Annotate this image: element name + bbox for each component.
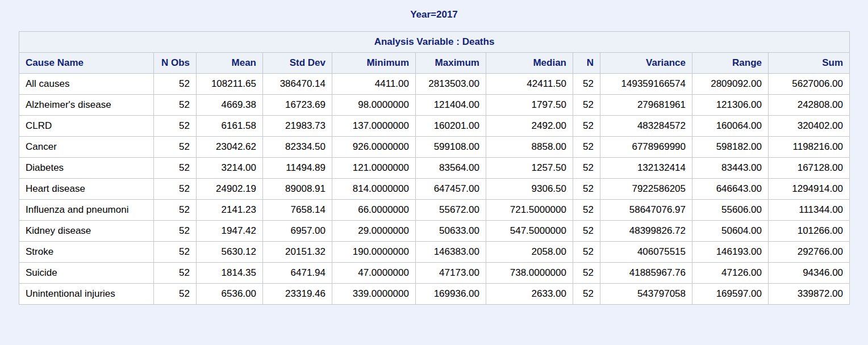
cause-name-cell: Unintentional injuries [19, 284, 154, 305]
column-header-n-obs: N Obs [154, 53, 197, 74]
value-cell: 52 [573, 200, 600, 221]
value-cell: 55606.00 [692, 200, 769, 221]
value-cell: 52 [154, 200, 197, 221]
value-cell: 52 [154, 179, 197, 200]
value-cell: 646643.00 [692, 179, 769, 200]
value-cell: 2058.00 [486, 242, 573, 263]
value-cell: 52 [154, 95, 197, 116]
value-cell: 169597.00 [692, 284, 769, 305]
value-cell: 52 [573, 95, 600, 116]
column-header-minimum: Minimum [332, 53, 416, 74]
value-cell: 386470.14 [263, 74, 332, 95]
value-cell: 8858.00 [486, 137, 573, 158]
value-cell: 11494.89 [263, 158, 332, 179]
value-cell: 7922586205 [600, 179, 692, 200]
value-cell: 52 [154, 137, 197, 158]
table-row: Cancer5223042.6282334.50926.000000059910… [19, 137, 850, 158]
table-row: Heart disease5224902.1989008.91814.00000… [19, 179, 850, 200]
value-cell: 1198216.00 [769, 137, 850, 158]
value-cell: 21983.73 [263, 116, 332, 137]
value-cell: 24902.19 [197, 179, 263, 200]
cause-name-cell: All causes [19, 74, 154, 95]
value-cell: 23319.46 [263, 284, 332, 305]
value-cell: 2633.00 [486, 284, 573, 305]
value-cell: 814.0000000 [332, 179, 416, 200]
value-cell: 1947.42 [197, 221, 263, 242]
value-cell: 52 [154, 263, 197, 284]
value-cell: 41885967.76 [600, 263, 692, 284]
value-cell: 2492.00 [486, 116, 573, 137]
value-cell: 6536.00 [197, 284, 263, 305]
value-cell: 52 [154, 242, 197, 263]
table-row: Unintentional injuries526536.0023319.463… [19, 284, 850, 305]
cause-name-cell: Suicide [19, 263, 154, 284]
page: Year=2017 Analysis Variable : Deaths Cau… [0, 0, 868, 322]
value-cell: 50604.00 [692, 221, 769, 242]
value-cell: 149359166574 [600, 74, 692, 95]
value-cell: 160064.00 [692, 116, 769, 137]
value-cell: 83564.00 [416, 158, 486, 179]
value-cell: 50633.00 [416, 221, 486, 242]
value-cell: 29.0000000 [332, 221, 416, 242]
column-header-n: N [573, 53, 600, 74]
table-caption-row: Analysis Variable : Deaths [19, 32, 850, 53]
value-cell: 2141.23 [197, 200, 263, 221]
value-cell: 52 [573, 179, 600, 200]
table-row: Alzheimer's disease524669.3816723.6998.0… [19, 95, 850, 116]
value-cell: 1257.50 [486, 158, 573, 179]
value-cell: 137.0000000 [332, 116, 416, 137]
table-row: CLRD526161.5821983.73137.0000000160201.0… [19, 116, 850, 137]
value-cell: 292766.00 [769, 242, 850, 263]
value-cell: 320402.00 [769, 116, 850, 137]
value-cell: 52 [573, 263, 600, 284]
value-cell: 6957.00 [263, 221, 332, 242]
column-header-std-dev: Std Dev [263, 53, 332, 74]
value-cell: 121404.00 [416, 95, 486, 116]
value-cell: 42411.50 [486, 74, 573, 95]
value-cell: 2809092.00 [692, 74, 769, 95]
column-header-variance: Variance [600, 53, 692, 74]
value-cell: 47126.00 [692, 263, 769, 284]
analysis-variable-table: Analysis Variable : Deaths Cause NameN O… [19, 31, 850, 305]
value-cell: 52 [573, 74, 600, 95]
value-cell: 108211.65 [197, 74, 263, 95]
value-cell: 132132414 [600, 158, 692, 179]
value-cell: 6471.94 [263, 263, 332, 284]
value-cell: 52 [154, 221, 197, 242]
value-cell: 20151.32 [263, 242, 332, 263]
value-cell: 52 [154, 158, 197, 179]
value-cell: 4411.00 [332, 74, 416, 95]
value-cell: 483284572 [600, 116, 692, 137]
value-cell: 146193.00 [692, 242, 769, 263]
value-cell: 23042.62 [197, 137, 263, 158]
value-cell: 16723.69 [263, 95, 332, 116]
value-cell: 52 [573, 158, 600, 179]
cause-name-cell: Cancer [19, 137, 154, 158]
value-cell: 6161.58 [197, 116, 263, 137]
table-row: Suicide521814.356471.9447.000000047173.0… [19, 263, 850, 284]
value-cell: 279681961 [600, 95, 692, 116]
value-cell: 647457.00 [416, 179, 486, 200]
value-cell: 406075515 [600, 242, 692, 263]
table-row: Stroke525630.1220151.32190.0000000146383… [19, 242, 850, 263]
table-row: Diabetes523214.0011494.89121.00000008356… [19, 158, 850, 179]
value-cell: 101266.00 [769, 221, 850, 242]
value-cell: 52 [573, 137, 600, 158]
column-header-mean: Mean [197, 53, 263, 74]
cause-name-cell: CLRD [19, 116, 154, 137]
value-cell: 3214.00 [197, 158, 263, 179]
value-cell: 926.0000000 [332, 137, 416, 158]
value-cell: 598182.00 [692, 137, 769, 158]
column-header-range: Range [692, 53, 769, 74]
value-cell: 721.5000000 [486, 200, 573, 221]
cause-name-cell: Influenza and pneumoni [19, 200, 154, 221]
value-cell: 1797.50 [486, 95, 573, 116]
value-cell: 547.5000000 [486, 221, 573, 242]
table-body: All causes52108211.65386470.144411.00281… [19, 74, 850, 305]
table-row: Kidney disease521947.426957.0029.0000000… [19, 221, 850, 242]
cause-name-cell: Kidney disease [19, 221, 154, 242]
value-cell: 98.0000000 [332, 95, 416, 116]
column-header-maximum: Maximum [416, 53, 486, 74]
value-cell: 111344.00 [769, 200, 850, 221]
table-row: Influenza and pneumoni522141.237658.1466… [19, 200, 850, 221]
